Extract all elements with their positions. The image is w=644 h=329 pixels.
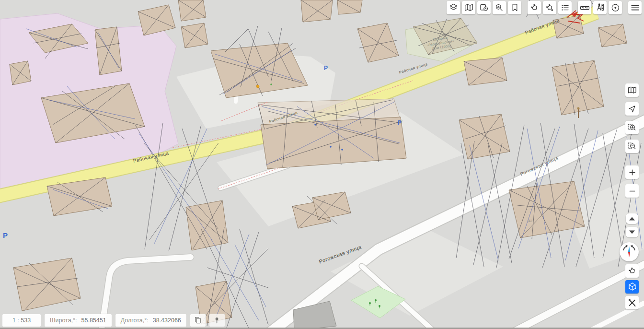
toolbar-group-map: [447, 1, 521, 14]
layers-button[interactable]: [447, 1, 460, 14]
zoom-out-selection-button[interactable]: [625, 140, 639, 153]
folded-map-icon: [627, 85, 638, 96]
compass-icon: [620, 242, 639, 261]
toolbar-group-measure: [578, 1, 622, 14]
add-vertex-icon: [544, 2, 555, 13]
right-toolbar: [620, 83, 639, 315]
minus-icon: [627, 186, 638, 197]
crossed-tools-icon: [627, 297, 638, 308]
longitude-label: Долгота,°:: [121, 317, 149, 324]
hamburger-menu-icon: [630, 2, 641, 13]
latitude-label: Широта,°:: [50, 317, 77, 324]
measure-button[interactable]: [593, 1, 607, 14]
map-canvas[interactable]: P P P: [0, 0, 644, 329]
parking-symbol: P: [398, 119, 402, 126]
magnifier-x-icon: [494, 2, 505, 13]
edit-vertices-icon: [627, 266, 638, 277]
dividers-ruler-icon: [595, 2, 606, 13]
zoom-in-button[interactable]: [625, 165, 639, 179]
latitude-box: Широта,°: 55.85451: [44, 314, 112, 327]
edit-vertices-button[interactable]: [528, 1, 541, 14]
zoom-out-button[interactable]: [625, 184, 639, 198]
triangle-down-icon: [629, 230, 635, 235]
locate-button[interactable]: [625, 102, 639, 116]
map-properties-button[interactable]: [477, 1, 491, 14]
map-panel-button[interactable]: [625, 83, 639, 97]
edit-vertices-side-button[interactable]: [625, 264, 639, 278]
compass-control[interactable]: [620, 242, 639, 261]
folded-map-icon: [463, 2, 474, 13]
copy-icon: [192, 315, 204, 326]
scale-box[interactable]: 1 : 533: [2, 314, 41, 327]
pin-icon: [211, 315, 223, 326]
status-bar: 1 : 533 Широта,°: 55.85451 Долгота,°: 38…: [2, 314, 225, 327]
top-toolbar: [447, 1, 642, 14]
locate-arrow-icon: [627, 104, 638, 115]
zoom-to-selection-button[interactable]: [625, 121, 639, 134]
toolbar-group-edit: [528, 1, 572, 14]
ruler-icon: [579, 2, 590, 13]
toolbar-group-menu: [628, 1, 642, 14]
add-vertex-button[interactable]: [543, 1, 556, 14]
menu-button[interactable]: [628, 1, 642, 14]
layers-icon: [448, 2, 459, 13]
bookmarks-button[interactable]: [508, 1, 521, 14]
parking-symbol: P: [324, 65, 328, 71]
3d-view-button[interactable]: [625, 280, 639, 294]
bookmark-icon: [509, 2, 520, 13]
map-viewport: P P P Рабочая улица Рабочая улица Рабоча…: [0, 0, 644, 329]
longitude-value: 38.432066: [153, 317, 181, 324]
ruler-button[interactable]: [578, 1, 591, 14]
azimuth-button[interactable]: [609, 1, 622, 14]
latitude-value: 55.85451: [81, 317, 106, 324]
legend-list-icon: [560, 2, 571, 13]
copy-coordinates-button[interactable]: [190, 314, 206, 327]
target-circle-icon: [610, 2, 621, 13]
triangle-up-icon: [629, 216, 635, 221]
pin-coordinates-button[interactable]: [209, 314, 225, 327]
parking-symbol: P: [3, 231, 8, 239]
zoom-in-selection-icon: [627, 122, 638, 133]
zoom-initial-button[interactable]: [493, 1, 506, 14]
zoom-out-selection-icon: [627, 141, 638, 152]
tilt-down-button[interactable]: [626, 227, 638, 237]
tools-button[interactable]: [625, 296, 639, 309]
longitude-box: Долгота,°: 38.432066: [115, 314, 187, 327]
plus-icon: [627, 167, 638, 178]
edit-vertices-icon: [529, 2, 540, 13]
cube-3d-icon: [627, 282, 638, 293]
atlas-button[interactable]: [462, 1, 475, 14]
legend-button[interactable]: [558, 1, 572, 14]
tilt-up-button[interactable]: [626, 213, 638, 224]
map-clock-icon: [479, 2, 490, 13]
